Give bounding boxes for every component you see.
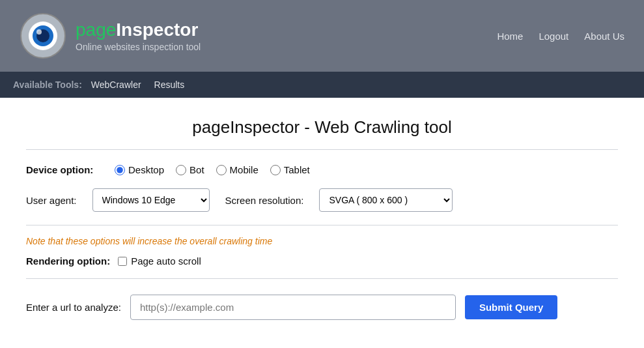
user-agent-label: User agent: [26,195,77,206]
eye-icon [20,12,66,59]
logo-subtitle: Online websites inspection tool [76,42,201,52]
radio-tablet-label: Tablet [284,164,310,175]
rendering-option-row: Rendering option: Page auto scroll [26,255,618,267]
site-header: pageInspector Online websites inspection… [0,0,644,72]
radio-bot[interactable]: Bot [176,164,204,175]
logo-area: pageInspector Online websites inspection… [20,12,201,59]
page-title: pageInspector - Web Crawling tool [26,117,618,138]
url-row: Enter a url to analyze: Submit Query [26,295,618,320]
user-agent-select[interactable]: Windows 10 Edge Chrome Mac Firefox Linux… [92,188,210,212]
svg-point-4 [36,29,42,35]
radio-mobile-input[interactable] [216,165,227,175]
rendering-label: Rendering option: [26,255,110,267]
url-input[interactable] [130,295,456,320]
nav-about-us[interactable]: About Us [584,31,624,42]
submit-button[interactable]: Submit Query [465,295,557,319]
rendering-checkbox-label[interactable]: Page auto scroll [118,255,201,267]
note-text: Note that these options will increase th… [26,236,618,246]
nav-home[interactable]: Home [497,31,523,42]
logo-page: page [76,20,116,40]
radio-tablet-input[interactable] [270,165,281,175]
radio-desktop-input[interactable] [115,165,125,175]
radio-mobile[interactable]: Mobile [216,164,259,175]
device-radio-group: Desktop Bot Mobile Tablet [115,164,310,175]
rendering-checkbox[interactable] [118,257,127,266]
logo-inspector: Inspector [116,20,198,40]
toolbar: Available Tools: WebCrawler Results [0,72,644,98]
toolbar-results[interactable]: Results [150,78,189,91]
agent-row: User agent: Windows 10 Edge Chrome Mac F… [26,188,618,212]
radio-bot-input[interactable] [176,165,186,175]
toolbar-webcrawler[interactable]: WebCrawler [87,78,145,91]
url-label: Enter a url to analyze: [26,302,121,313]
divider-2 [26,225,618,225]
device-option-row: Device option: Desktop Bot Mobile Tablet [26,164,618,175]
radio-tablet[interactable]: Tablet [270,164,310,175]
logo-title: pageInspector [76,20,201,40]
screen-res-label: Screen resolution: [225,195,304,206]
screen-res-select[interactable]: SVGA ( 800 x 600 ) HD ( 1280 x 720 ) Ful… [319,188,453,212]
radio-bot-label: Bot [189,164,204,175]
radio-mobile-label: Mobile [230,164,259,175]
radio-desktop[interactable]: Desktop [115,164,164,175]
main-content: pageInspector - Web Crawling tool Device… [0,98,644,340]
main-nav: Home Logout About Us [497,31,624,42]
nav-logout[interactable]: Logout [539,31,568,42]
rendering-option-text: Page auto scroll [131,255,201,267]
divider-3 [26,278,618,279]
device-label: Device option: [26,164,104,175]
divider-1 [26,149,618,150]
radio-desktop-label: Desktop [128,164,164,175]
toolbar-label: Available Tools: [13,80,82,90]
logo-text: pageInspector Online websites inspection… [76,20,201,52]
